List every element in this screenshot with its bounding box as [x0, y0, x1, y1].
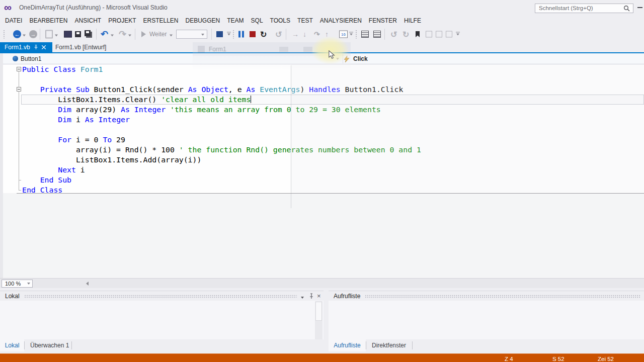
ghost-window-title: Form1: [209, 46, 226, 53]
menu-erstellen[interactable]: ERSTELLEN: [140, 16, 182, 26]
title-bar: ∞ OneDimArrayTut (Ausführung) - Microsof…: [0, 0, 644, 15]
undo-icon[interactable]: ↶: [101, 29, 108, 40]
outline-collapse-class[interactable]: [17, 67, 21, 71]
menu-ansicht[interactable]: ANSICHT: [71, 16, 105, 26]
paste-dropdown[interactable]: [55, 35, 58, 38]
step-into-icon[interactable]: ↓: [303, 30, 306, 38]
quick-launch-placeholder: Schnellstart (Strg+Q): [539, 5, 593, 11]
separator: [211, 29, 212, 40]
menu-team[interactable]: TEAM: [223, 16, 247, 26]
output-window-icon[interactable]: [361, 31, 369, 38]
menu-analysieren[interactable]: ANALYSIEREN: [316, 16, 365, 26]
menu-projekt[interactable]: PROJEKT: [105, 16, 139, 26]
object-icon: [13, 56, 18, 61]
continue-icon[interactable]: [141, 31, 146, 37]
menu-tools[interactable]: TOOLS: [267, 16, 294, 26]
callstack-panel-content: [329, 301, 644, 339]
menu-sql[interactable]: SQL: [248, 16, 267, 26]
panel-tab-direktfenster[interactable]: Direktfenster: [368, 339, 416, 351]
redo-dropdown[interactable]: [128, 35, 131, 38]
editor-bottom-shade: [3, 193, 644, 278]
new-window-icon[interactable]: [64, 31, 72, 38]
panel-tab-aufrufliste[interactable]: Aufrufliste: [329, 339, 366, 351]
code-line[interactable]: Next i: [22, 165, 85, 175]
tab-form1vb-entwurf[interactable]: Form1.vb [Entwurf]: [55, 42, 106, 52]
locals-panel-header[interactable]: Lokal ×: [0, 291, 324, 301]
bookmark-icon[interactable]: [416, 31, 420, 37]
clear-bookmarks-icon[interactable]: [446, 31, 452, 38]
stop-icon[interactable]: [250, 31, 256, 37]
show-next-statement-icon[interactable]: →: [292, 30, 299, 38]
restart-icon[interactable]: ↻: [260, 30, 267, 39]
outline-collapse-sub[interactable]: [17, 87, 21, 92]
tab-form1vb[interactable]: Form1.vb: [0, 42, 52, 52]
navigate-back-gray-icon[interactable]: ↺: [390, 30, 397, 39]
hex-display-icon[interactable]: 16: [339, 31, 348, 38]
redo-icon[interactable]: ↷: [119, 29, 126, 40]
refresh-icon[interactable]: ↺: [275, 30, 282, 39]
tab-form1vb-entwurf-label: Form1.vb [Entwurf]: [55, 44, 106, 51]
status-bar: Z 4S 52Zei 52: [0, 353, 644, 362]
code-line[interactable]: End Sub: [22, 175, 71, 185]
code-line[interactable]: Dim i As Integer: [22, 115, 130, 125]
locals-scrollbar-thumb[interactable]: [315, 302, 322, 321]
minimize-button[interactable]: [637, 7, 642, 8]
next-bookmark-icon[interactable]: [436, 31, 442, 38]
navigate-backward-dropdown[interactable]: [23, 35, 26, 38]
menu-bearbeiten[interactable]: BEARBEITEN: [26, 16, 71, 26]
navigate-fwd-gray-icon[interactable]: ↻: [403, 30, 409, 39]
step-over-icon[interactable]: ↷: [314, 30, 320, 38]
ghost-window-right-edge: [291, 65, 291, 208]
callstack-panel-header[interactable]: Aufrufliste: [329, 291, 644, 301]
continue-label[interactable]: Weiter: [149, 31, 167, 38]
code-line[interactable]: ListBox1.Items.Clear() 'clear all old it…: [22, 95, 251, 105]
window-title: OneDimArrayTut (Ausführung) - Microsoft …: [19, 4, 168, 11]
panel-menu-caret[interactable]: [301, 297, 304, 300]
ghost-window-bottom-edge: [17, 193, 644, 194]
toolbar-overflow[interactable]: [456, 32, 460, 37]
event-dropdown[interactable]: Click: [353, 55, 368, 62]
zoom-dropdown[interactable]: 100 %: [2, 280, 33, 288]
code-line[interactable]: For i = 0 To 29: [22, 135, 125, 145]
close-icon[interactable]: [42, 45, 46, 49]
menu-fenster[interactable]: FENSTER: [365, 16, 400, 26]
navigate-forward-icon[interactable]: →: [29, 30, 37, 38]
code-line[interactable]: ListBox1.Items.Add(array(i)): [22, 155, 201, 165]
prev-bookmark-icon[interactable]: [426, 31, 432, 38]
editor-left-margin: [0, 53, 3, 278]
menu-hilfe[interactable]: HILFE: [400, 16, 425, 26]
menu-datei[interactable]: DATEI: [2, 16, 26, 26]
status-field: Zei 52: [598, 356, 614, 362]
tab-separator: [366, 341, 366, 349]
paste-icon[interactable]: [45, 30, 53, 39]
continue-dropdown[interactable]: [170, 35, 173, 38]
separator: [286, 29, 286, 40]
navigate-backward-icon[interactable]: ←: [13, 30, 21, 38]
quick-launch-input[interactable]: Schnellstart (Strg+Q): [535, 4, 633, 13]
menu-debuggen[interactable]: DEBUGGEN: [182, 16, 224, 26]
pause-icon[interactable]: [238, 31, 244, 38]
ghost-window-icon: [198, 46, 205, 53]
save-all-icon[interactable]: [85, 30, 91, 36]
save-icon[interactable]: [75, 31, 81, 37]
attach-icon[interactable]: [216, 31, 223, 37]
breakpoints-window-icon[interactable]: [373, 31, 381, 38]
toolbar-overflow[interactable]: [227, 32, 231, 37]
panel-pin-icon[interactable]: [309, 293, 314, 299]
ghost-minimize-button: [279, 47, 288, 52]
menu-test[interactable]: TEST: [294, 16, 316, 26]
scroll-left-arrow[interactable]: [84, 282, 89, 286]
toolbar-overflow[interactable]: [349, 32, 353, 37]
code-line[interactable]: Public Class Form1: [22, 64, 103, 74]
pin-icon[interactable]: [34, 45, 38, 50]
editor-horizontal-scrollbar[interactable]: 100 %: [0, 278, 644, 288]
locals-panel-content: [0, 301, 324, 339]
outline-guide-tick: [19, 190, 21, 191]
undo-dropdown[interactable]: [111, 35, 114, 38]
separator: [384, 29, 385, 40]
object-dropdown[interactable]: Button1: [21, 55, 41, 62]
debug-target-combo[interactable]: [176, 30, 207, 39]
search-icon[interactable]: [623, 5, 630, 12]
visual-studio-logo-icon: ∞: [4, 2, 12, 14]
panel-close-icon[interactable]: ×: [317, 292, 321, 300]
